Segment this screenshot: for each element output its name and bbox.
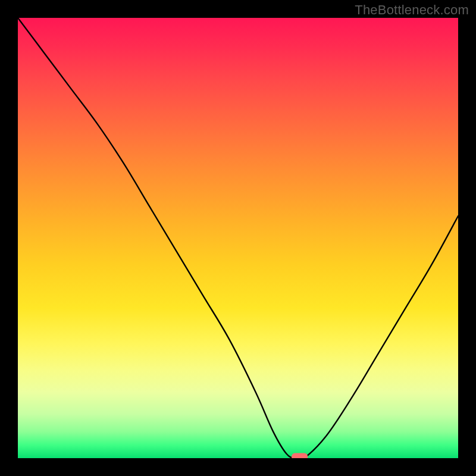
bottleneck-curve <box>18 18 458 458</box>
minimum-marker <box>292 453 308 458</box>
chart-container: TheBottleneck.com <box>0 0 476 476</box>
watermark-text: TheBottleneck.com <box>355 2 469 18</box>
plot-area <box>18 18 458 458</box>
curve-layer <box>18 18 458 458</box>
